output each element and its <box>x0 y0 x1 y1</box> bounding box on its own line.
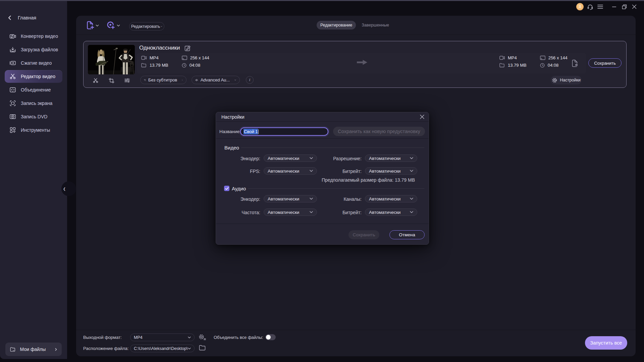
audio-channels-label: Каналы: <box>319 196 362 202</box>
file-location-value: C:\Users\Aleksandr\Desktop\w <box>134 346 188 351</box>
capture-device-dropdown[interactable] <box>117 24 120 27</box>
file-location-dropdown[interactable]: C:\Users\Aleksandr\Desktop\w <box>130 345 195 352</box>
info-icon: i <box>249 77 250 82</box>
dialog-save-button[interactable]: Сохранить <box>348 230 379 239</box>
chevron-down-icon <box>310 157 313 159</box>
sidebar-item-file-download[interactable]: Загрузка файлов <box>5 43 62 56</box>
sidebar: Главная Конвертер видео <box>0 1 67 359</box>
video-encoder-dropdown[interactable]: Автоматически <box>264 155 317 162</box>
sidebar-collapse-handle[interactable]: ❮ <box>61 181 76 196</box>
sidebar-item-label: Сжатие видео <box>21 60 52 66</box>
support-button[interactable] <box>585 3 595 11</box>
file-download-icon <box>9 46 16 53</box>
bottom-bar-separator <box>76 330 636 330</box>
browse-folder-button[interactable] <box>199 345 206 351</box>
back-home[interactable]: Главная <box>8 15 36 20</box>
audio-bitrate-dropdown[interactable]: Автоматически <box>365 208 417 216</box>
chevron-down-icon <box>182 79 183 81</box>
video-format-icon <box>141 56 147 60</box>
back-chevron-icon <box>8 15 11 20</box>
video-section-rule <box>241 147 424 148</box>
video-resolution-label: Разрешение: <box>319 156 362 161</box>
output-size: 13.79 MB <box>499 63 527 68</box>
sidebar-item-video-converter[interactable]: Конвертер видео <box>5 30 62 43</box>
subtitles-icon <box>144 77 146 83</box>
capture-device-button[interactable] <box>106 20 115 30</box>
audio-track-value: Advanced Au... <box>201 77 230 82</box>
folder-icon <box>10 347 15 352</box>
video-resolution-dropdown[interactable]: Автоматически <box>365 155 417 162</box>
video-fps-dropdown[interactable]: Автоматически <box>264 167 317 175</box>
file-info-button[interactable]: i <box>246 76 254 84</box>
chevron-right-icon <box>55 348 57 351</box>
chevron-down-icon <box>234 79 236 81</box>
merge-all-toggle[interactable] <box>265 334 276 340</box>
audio-encoder-dropdown[interactable]: Автоматически <box>264 195 317 202</box>
screen-recording-icon <box>9 100 16 107</box>
save-preset-button[interactable]: Сохранить как новую предустановку <box>333 127 425 136</box>
chevron-down-icon <box>410 170 413 172</box>
duration-icon <box>540 63 545 68</box>
add-file-dropdown[interactable] <box>96 24 99 27</box>
audio-checkbox[interactable] <box>224 186 229 191</box>
video-thumbnail <box>88 45 135 74</box>
preset-name-input[interactable]: Свой 1 <box>240 127 328 136</box>
output-format-dropdown[interactable]: MP4 <box>130 334 195 341</box>
audio-frequency-value: Автоматически <box>268 210 299 215</box>
sidebar-item-label: Объединение <box>21 87 51 93</box>
audio-channels-dropdown[interactable]: Автоматически <box>365 195 417 202</box>
headset-icon <box>587 4 593 10</box>
card-save-button[interactable]: Сохранить <box>588 58 622 68</box>
add-file-icon <box>86 20 95 30</box>
start-all-button[interactable]: Запустить все <box>585 336 627 350</box>
sidebar-item-dvd-recording[interactable]: Запись DVD <box>5 110 62 123</box>
output-file-settings-button[interactable] <box>571 59 579 69</box>
restore-button[interactable] <box>619 3 629 11</box>
toggle-knob <box>266 335 271 340</box>
sidebar-item-tools[interactable]: Инструменты <box>5 124 62 136</box>
adjustments-button sliders-icon[interactable] <box>124 78 130 83</box>
audio-bitrate-label: Битрейт: <box>319 210 362 215</box>
audio-track-dropdown[interactable]: Advanced Au... <box>192 76 240 84</box>
merge-icon <box>9 86 16 93</box>
chevron-down-icon <box>410 157 413 159</box>
add-file-button[interactable] <box>86 20 95 30</box>
sidebar-item-label: Запись экрана <box>21 101 52 106</box>
audio-frequency-dropdown[interactable]: Автоматически <box>264 208 317 216</box>
account-button[interactable] <box>575 3 585 11</box>
file-card[interactable]: Одноклассники MP4 <box>83 41 627 88</box>
sidebar-item-video-editor[interactable]: Редактор видео <box>5 70 62 83</box>
menu-button[interactable] <box>595 3 605 11</box>
rename-button edit-icon[interactable] <box>184 45 191 51</box>
sidebar-item-label: Инструменты <box>21 127 50 133</box>
check-icon <box>225 187 229 190</box>
close-icon <box>632 4 637 9</box>
document-gear-icon <box>571 59 579 67</box>
sidebar-item-merge[interactable]: Объединение <box>5 83 62 96</box>
dialog-cancel-button[interactable]: Отмена <box>389 230 425 239</box>
sidebar-item-video-compression[interactable]: Сжатие видео <box>5 57 62 69</box>
close-button[interactable] <box>629 3 639 11</box>
tab-completed[interactable]: Завершенные <box>358 21 393 29</box>
tab-editing[interactable]: Редактирование <box>317 21 356 29</box>
sidebar-item-label: Загрузка файлов <box>21 47 58 52</box>
sidebar-item-screen-recording[interactable]: Запись экрана <box>5 97 62 110</box>
video-encoder-label: Энкодер: <box>218 156 260 161</box>
tab-editing-label: Редактирование <box>320 23 352 27</box>
crop-button crop-icon[interactable] <box>109 78 114 83</box>
dialog-save-label: Сохранить <box>353 232 375 237</box>
subtitles-dropdown[interactable]: Без субтитров <box>140 76 186 84</box>
view-tabs: Редактирование Завершенные <box>317 21 393 29</box>
minimize-button[interactable] <box>609 3 619 11</box>
edit-mode-dropdown[interactable]: Редактировать <box>129 22 164 31</box>
video-fps-value: Автоматически <box>268 169 299 174</box>
sidebar-item-label: Запись DVD <box>21 114 47 119</box>
video-bitrate-dropdown[interactable]: Автоматически <box>365 167 417 175</box>
format-settings-button[interactable] <box>198 334 206 341</box>
trim-button scissors-icon[interactable] <box>93 77 99 83</box>
dialog-close-button close-icon[interactable] <box>420 114 425 119</box>
subtitles-value: Без субтитров <box>148 77 177 82</box>
card-settings-button[interactable]: Настройки <box>551 76 582 84</box>
my-files-button[interactable]: Мои файлы <box>5 343 62 356</box>
output-format-value: MP4 <box>508 55 517 60</box>
